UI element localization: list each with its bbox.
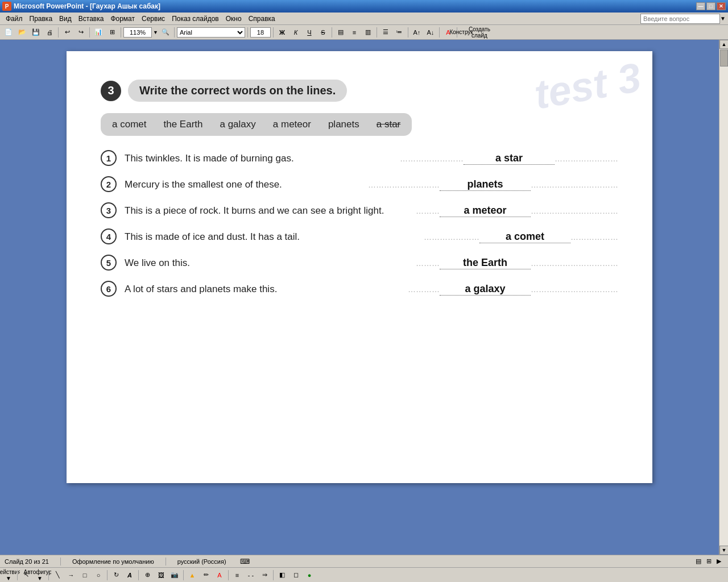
save-btn[interactable]: 💾: [30, 27, 42, 38]
maximize-button[interactable]: □: [706, 2, 715, 10]
autoshapes-btn[interactable]: Автофигуры ▼: [34, 569, 46, 581]
bold-btn[interactable]: Ж: [276, 27, 288, 38]
word-bank-item-2: a galaxy: [220, 119, 255, 130]
normal-view-btn[interactable]: ▤: [694, 557, 703, 566]
align-left-btn[interactable]: ▤: [334, 27, 347, 38]
font-color-btn2[interactable]: A: [213, 569, 226, 581]
align-right-btn[interactable]: ▥: [362, 27, 374, 38]
word-bank: a comet the Earth a galaxy a meteor plan…: [101, 113, 412, 136]
search-input[interactable]: [640, 14, 720, 24]
diagram-btn[interactable]: ⊕: [141, 569, 154, 581]
increase-font-btn[interactable]: A↑: [411, 27, 423, 38]
actions-btn[interactable]: Действия ▼: [2, 569, 15, 581]
scroll-thumb[interactable]: [720, 49, 728, 66]
sep7: [332, 27, 332, 38]
shadow-btn[interactable]: ◧: [276, 569, 288, 581]
line-style-btn[interactable]: ≡: [231, 569, 243, 581]
draw-sep2: [48, 570, 49, 580]
word-bank-item-5: a star: [377, 119, 401, 130]
q-text-4: This is made of ice and dust. It has a t…: [125, 231, 419, 243]
sep5: [247, 27, 248, 38]
minimize-button[interactable]: —: [696, 2, 705, 10]
language-info: русский (Россия): [177, 558, 226, 565]
word-bank-item-3: a meteor: [273, 119, 311, 130]
print-btn[interactable]: 🖨: [43, 27, 56, 38]
q-number-1: 1: [101, 150, 117, 166]
redo-btn[interactable]: ↪: [75, 27, 87, 38]
insert-chart-btn[interactable]: 📊: [92, 27, 105, 38]
slideshow-btn[interactable]: ▶: [714, 557, 723, 566]
menu-view[interactable]: Вид: [56, 14, 75, 24]
undo-btn[interactable]: ↩: [61, 27, 73, 38]
menu-tools[interactable]: Сервис: [138, 14, 168, 24]
font-selector[interactable]: Arial: [177, 27, 245, 38]
question-1: 1 This twinkles. It is made of burning g…: [101, 150, 618, 166]
question-6: 6 A lot of stars and planets make this. …: [101, 281, 618, 297]
zoom-apply-btn[interactable]: 🔍: [159, 27, 172, 38]
sep10: [439, 27, 440, 38]
q-answer-6: a galaxy: [440, 283, 531, 296]
table-btn[interactable]: ⊞: [106, 27, 118, 38]
draw-sep1: [17, 570, 18, 580]
scroll-down-button[interactable]: ▼: [719, 546, 728, 555]
menu-insert[interactable]: Вставка: [75, 14, 107, 24]
strikethrough-btn[interactable]: S: [317, 27, 329, 38]
oval-btn[interactable]: ○: [92, 569, 105, 581]
task-header: 3 Write the correct words on the lines.: [101, 80, 618, 102]
clipart-btn[interactable]: 🖼: [155, 569, 167, 581]
arrow-btn[interactable]: →: [65, 569, 77, 581]
window-controls: — □ ✕: [696, 2, 726, 10]
sep9: [408, 27, 408, 38]
task-number: 3: [101, 81, 121, 101]
green-btn[interactable]: ●: [303, 569, 316, 581]
numbering-btn[interactable]: ≔: [393, 27, 406, 38]
menu-help[interactable]: Справка: [245, 14, 279, 24]
align-center-btn[interactable]: ≡: [348, 27, 361, 38]
3d-btn[interactable]: ◻: [289, 569, 302, 581]
line-btn[interactable]: ╲: [51, 569, 64, 581]
search-dropdown-icon[interactable]: ▼: [720, 15, 726, 22]
rotate-btn[interactable]: ↻: [110, 569, 122, 581]
draw-sep5: [183, 570, 184, 580]
decrease-font-btn[interactable]: A↓: [424, 27, 437, 38]
q-text-5: We live on this.: [125, 257, 411, 269]
open-btn[interactable]: 📂: [16, 27, 28, 38]
menu-slideshow[interactable]: Показ слайдов: [168, 14, 222, 24]
menu-file[interactable]: Файл: [2, 14, 26, 24]
arrow-style-btn[interactable]: ⇒: [258, 569, 271, 581]
line-color-btn[interactable]: ✏: [200, 569, 212, 581]
bullets-btn[interactable]: ☰: [379, 27, 392, 38]
slide-sorter-btn[interactable]: ⊞: [704, 557, 713, 566]
q-number-3: 3: [101, 202, 117, 218]
word-bank-item-4: planets: [328, 119, 359, 130]
zoom-dropdown-icon[interactable]: ▼: [153, 30, 158, 35]
picture-btn[interactable]: 📷: [168, 569, 181, 581]
menu-edit[interactable]: Правка: [26, 14, 56, 24]
view-buttons: ▤ ⊞ ▶: [694, 557, 723, 566]
menu-format[interactable]: Формат: [107, 14, 138, 24]
rect-btn[interactable]: □: [78, 569, 91, 581]
draw-sep6: [228, 570, 229, 580]
close-button[interactable]: ✕: [717, 2, 726, 10]
app-icon: P: [2, 2, 11, 11]
status-bar: Слайд 20 из 21 Оформление по умолчанию р…: [0, 555, 728, 567]
italic-btn[interactable]: К: [289, 27, 302, 38]
main-toolbar: 📄 📂 💾 🖨 ↩ ↪ 📊 ⊞ ▼ 🔍 Arial Ж К Ч S ▤ ≡ ▥ …: [0, 25, 728, 40]
question-4: 4 This is made of ice and dust. It has a…: [101, 228, 618, 244]
zoom-input[interactable]: [123, 27, 152, 38]
draw-sep7: [273, 570, 274, 580]
dash-style-btn[interactable]: - -: [245, 569, 257, 581]
q-number-5: 5: [101, 255, 117, 271]
q-number-6: 6: [101, 281, 117, 297]
underline-btn[interactable]: Ч: [303, 27, 316, 38]
scroll-up-button[interactable]: ▲: [719, 40, 728, 49]
sep2: [89, 27, 90, 38]
new-btn[interactable]: 📄: [2, 27, 15, 38]
wordart-btn[interactable]: A: [123, 569, 136, 581]
create-slide-btn[interactable]: Создать слайд: [473, 27, 486, 38]
menu-bar: Файл Правка Вид Вставка Формат Сервис По…: [0, 13, 728, 25]
font-size-input[interactable]: [250, 27, 271, 38]
menu-window[interactable]: Окно: [222, 14, 245, 24]
fill-color-btn[interactable]: ▲: [186, 569, 198, 581]
question-5: 5 We live on this. ……… the Earth ……………………: [101, 255, 618, 271]
